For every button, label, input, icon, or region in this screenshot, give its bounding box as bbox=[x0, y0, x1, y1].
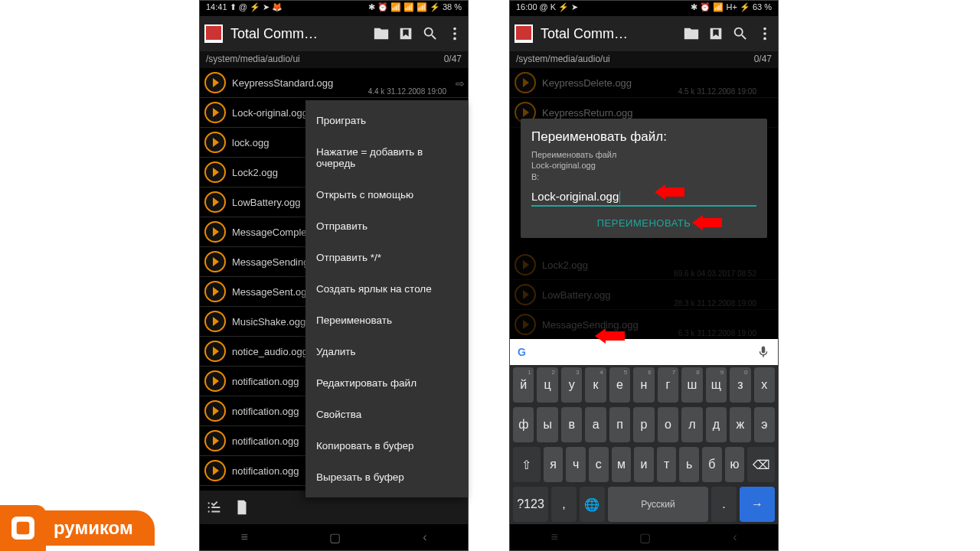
select-icon[interactable] bbox=[206, 499, 223, 516]
audio-file-icon bbox=[204, 251, 226, 272]
keyboard-key[interactable]: у3 bbox=[561, 367, 582, 403]
annotation-arrow bbox=[595, 328, 626, 344]
context-menu-item[interactable]: Вырезать в буфер bbox=[305, 461, 468, 493]
file-meta: 4.4 k 31.12.2008 19:00 bbox=[368, 87, 446, 96]
audio-file-icon bbox=[204, 191, 226, 213]
audio-file-icon bbox=[204, 400, 226, 422]
annotation-arrow bbox=[655, 184, 685, 200]
keyboard-key[interactable]: ф bbox=[513, 407, 534, 442]
svg-point-5 bbox=[763, 37, 766, 41]
keyboard-key[interactable]: й1 bbox=[513, 367, 534, 403]
keyboard-key[interactable]: ы bbox=[537, 407, 557, 442]
audio-file-icon bbox=[204, 281, 226, 302]
mic-icon[interactable] bbox=[756, 345, 770, 359]
status-bar: 16:00 @ K ⚡ ➤✱ ⏰ 📶 H+ ⚡ 63 % bbox=[510, 1, 778, 16]
keyboard-key[interactable]: т bbox=[657, 447, 677, 482]
keyboard-key[interactable]: ю bbox=[725, 447, 745, 482]
keyboard-key[interactable]: м bbox=[612, 447, 632, 482]
keyboard-key[interactable]: , bbox=[551, 487, 577, 522]
keyboard-key[interactable]: р bbox=[633, 407, 654, 442]
keyboard-key[interactable]: и bbox=[634, 447, 654, 482]
annotation-arrow bbox=[692, 215, 723, 230]
context-menu-item[interactable]: Отправить bbox=[305, 210, 468, 242]
keyboard-key[interactable]: о bbox=[658, 407, 678, 442]
dialog-sub: В: bbox=[531, 171, 756, 182]
search-icon[interactable] bbox=[732, 25, 749, 42]
keyboard-key[interactable]: ц2 bbox=[537, 367, 557, 403]
audio-file-icon bbox=[204, 161, 226, 183]
path-bar[interactable]: /system/media/audio/ui0/47 bbox=[510, 51, 778, 68]
context-menu-item[interactable]: Копировать в буфер bbox=[305, 430, 468, 461]
audio-file-icon bbox=[204, 221, 226, 243]
context-menu: ПроигратьНажатие = добавить в очередьОтк… bbox=[305, 100, 468, 497]
context-menu-item[interactable]: Редактировать файл bbox=[305, 367, 468, 399]
keyboard-key[interactable]: ⌫ bbox=[747, 447, 775, 482]
keyboard-key[interactable]: ч bbox=[566, 447, 586, 482]
file-icon[interactable] bbox=[234, 499, 250, 516]
keyboard-key[interactable]: д bbox=[706, 407, 727, 442]
audio-file-icon bbox=[204, 430, 226, 452]
more-icon[interactable] bbox=[756, 25, 773, 42]
nav-back-icon[interactable]: ‹ bbox=[423, 530, 426, 544]
nav-recent-icon[interactable]: ≡ bbox=[240, 530, 247, 544]
arrow-right-icon: ⇨ bbox=[456, 77, 465, 90]
keyboard-key[interactable]: . bbox=[711, 487, 737, 522]
rename-input[interactable]: Lock-original.ogg bbox=[531, 188, 756, 207]
search-icon[interactable] bbox=[422, 25, 439, 42]
path-bar[interactable]: /system/media/audio/ui0/47 bbox=[200, 51, 468, 68]
file-name: KeypressReturn.ogg bbox=[542, 107, 773, 119]
keyboard-key[interactable]: е5 bbox=[609, 367, 630, 403]
audio-file-icon bbox=[204, 370, 226, 392]
google-icon[interactable]: G bbox=[518, 346, 526, 358]
keyboard-key[interactable]: ж bbox=[730, 407, 750, 442]
bookmark-icon[interactable] bbox=[707, 25, 724, 42]
keyboard-key[interactable]: к4 bbox=[585, 367, 606, 403]
keyboard-key[interactable]: н6 bbox=[633, 367, 654, 403]
context-menu-item[interactable]: Удалить bbox=[305, 336, 468, 367]
keyboard-key[interactable]: з0 bbox=[730, 367, 750, 403]
keyboard-key[interactable]: Русский bbox=[608, 487, 708, 522]
audio-file-icon bbox=[514, 72, 536, 93]
context-menu-item[interactable]: Свойства bbox=[305, 399, 468, 430]
svg-rect-7 bbox=[17, 522, 30, 535]
keyboard-key[interactable]: я bbox=[544, 447, 564, 482]
context-menu-item[interactable]: Открыть с помощью bbox=[305, 179, 468, 210]
context-menu-item[interactable]: Переименовать bbox=[305, 305, 468, 336]
folder-icon[interactable] bbox=[683, 25, 700, 42]
keyboard-key[interactable]: → bbox=[740, 487, 775, 522]
audio-file-icon bbox=[204, 102, 226, 123]
context-menu-item[interactable]: Проиграть bbox=[305, 105, 468, 136]
keyboard-key[interactable]: ш8 bbox=[681, 367, 702, 403]
nav-bar: ≡ ▢ ‹ bbox=[200, 524, 468, 550]
context-menu-item[interactable]: Создать ярлык на столе bbox=[305, 273, 468, 305]
more-icon[interactable] bbox=[446, 25, 463, 42]
context-menu-item[interactable]: Нажатие = добавить в очередь bbox=[305, 136, 468, 179]
svg-point-1 bbox=[453, 32, 456, 35]
keyboard-key[interactable]: ⇧ bbox=[513, 447, 541, 482]
dialog-sub: Переименовать файл bbox=[531, 149, 756, 160]
file-row[interactable]: KeypressDelete.ogg4.5 k 31.12.2008 19:00 bbox=[510, 68, 778, 98]
keyboard-key[interactable]: г7 bbox=[658, 367, 678, 403]
bookmark-icon[interactable] bbox=[397, 25, 414, 42]
keyboard-key[interactable]: ?123 bbox=[513, 487, 548, 522]
folder-icon[interactable] bbox=[373, 25, 390, 42]
nav-home-icon[interactable]: ▢ bbox=[329, 530, 341, 545]
audio-file-icon bbox=[204, 460, 226, 481]
app-icon bbox=[514, 24, 533, 43]
keyboard-key[interactable]: щ9 bbox=[706, 367, 727, 403]
keyboard-key[interactable]: а bbox=[585, 407, 606, 442]
brand-logo: румиком bbox=[0, 505, 155, 551]
app-title: Total Comm… bbox=[230, 26, 365, 42]
keyboard-key[interactable]: б bbox=[702, 447, 722, 482]
keyboard-key[interactable]: 🌐 bbox=[580, 487, 605, 522]
keyboard-key[interactable]: в bbox=[561, 407, 582, 442]
keyboard-key[interactable]: х bbox=[754, 367, 775, 403]
keyboard-key[interactable]: с bbox=[589, 447, 609, 482]
keyboard-key[interactable]: п bbox=[609, 407, 630, 442]
keyboard-key[interactable]: ь bbox=[679, 447, 699, 482]
file-row[interactable]: KeypressStandard.ogg4.4 k 31.12.2008 19:… bbox=[200, 68, 468, 98]
keyboard-key[interactable]: э bbox=[754, 407, 775, 442]
app-bar: Total Comm… bbox=[200, 16, 468, 51]
keyboard-key[interactable]: л bbox=[681, 407, 702, 442]
context-menu-item[interactable]: Отправить */* bbox=[305, 242, 468, 273]
